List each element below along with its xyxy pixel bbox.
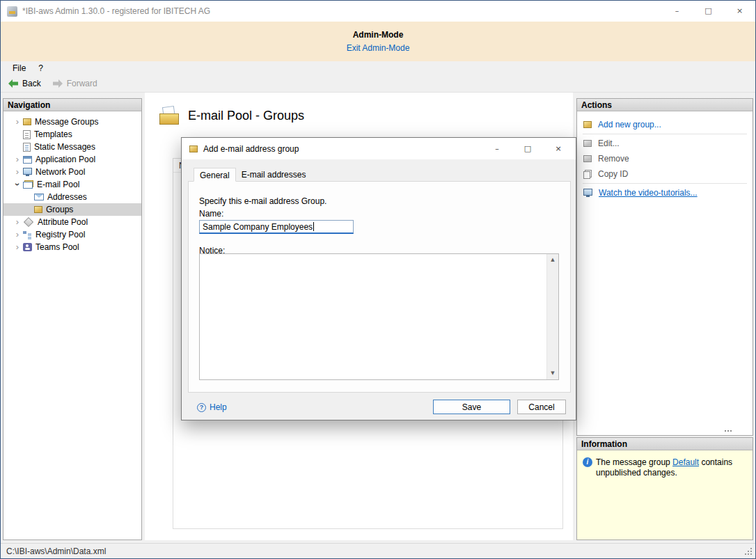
sidebar-item-label: Templates <box>34 129 72 139</box>
dialog-description: Specify this e-mail address Group. <box>199 196 326 206</box>
chevron-down-icon[interactable]: › <box>13 179 22 190</box>
action-label: Copy ID <box>598 169 628 179</box>
dialog-minimize-button[interactable]: – <box>482 138 512 159</box>
sidebar-item-label: Message Groups <box>35 117 98 127</box>
navigation-panel-header: Navigation <box>3 99 141 111</box>
scroll-up-button[interactable]: ▲ <box>547 254 558 266</box>
sidebar-item-label: Registry Pool <box>36 230 85 239</box>
sidebar-item-label: Teams Pool <box>36 242 79 252</box>
sidebar-item-groups[interactable]: Groups <box>3 203 141 216</box>
cancel-button[interactable]: Cancel <box>517 400 566 414</box>
sidebar-item-label: E-mail Pool <box>37 180 79 189</box>
add-group-icon <box>583 121 592 128</box>
default-group-link[interactable]: Default <box>672 457 699 467</box>
information-body: i The message group Default contains unp… <box>577 450 753 485</box>
sidebar-item-label: Attribute Pool <box>38 217 88 227</box>
sidebar-item-label: Application Pool <box>36 155 95 164</box>
sidebar-item-label: Static Messages <box>34 142 95 152</box>
add-email-group-dialog: Add e-mail address group – □ × General E… <box>181 137 576 420</box>
app-window: *IBI-aws Admin 1.30.0 - registered for I… <box>0 0 756 559</box>
addresses-icon <box>34 194 44 200</box>
window-titlebar: *IBI-aws Admin 1.30.0 - registered for I… <box>1 1 755 22</box>
back-button[interactable]: Back <box>8 79 41 88</box>
page-title: E-mail Pool - Groups <box>188 109 304 123</box>
status-file-path: C:\IBI-aws\Admin\Data.xml <box>6 546 106 556</box>
forward-button[interactable]: Forward <box>52 79 97 88</box>
dialog-title: Add e-mail address group <box>203 144 299 154</box>
sidebar-item-email-pool[interactable]: › E-mail Pool <box>3 178 141 191</box>
window-title: *IBI-aws Admin 1.30.0 - registered for I… <box>22 6 210 16</box>
actions-panel-header: Actions <box>577 99 753 111</box>
navigation-panel: Navigation › Message Groups Templates St… <box>3 98 142 540</box>
dialog-icon <box>189 145 198 152</box>
splitter-grip[interactable] <box>725 430 734 432</box>
email-pool-icon <box>23 180 33 189</box>
copy-icon <box>583 170 592 179</box>
notice-textarea[interactable]: ▲ ▼ <box>199 253 559 380</box>
forward-arrow-icon <box>52 79 63 88</box>
separator <box>583 183 747 184</box>
chevron-right-icon[interactable]: › <box>12 230 23 239</box>
dialog-window-controls: – □ × <box>482 138 574 159</box>
sidebar-item-attribute-pool[interactable]: › Attribute Pool <box>3 216 141 228</box>
group-name-value: Sample Company Employees <box>203 222 313 232</box>
minimize-button[interactable]: – <box>661 1 693 22</box>
sidebar-item-label: Network Pool <box>36 167 85 177</box>
action-label: Add new group... <box>598 120 661 129</box>
sidebar-item-registry-pool[interactable]: › Registry Pool <box>3 228 141 241</box>
separator <box>583 134 747 134</box>
scroll-down-button[interactable]: ▼ <box>547 368 558 379</box>
tab-general[interactable]: General <box>194 168 236 182</box>
maximize-button[interactable]: □ <box>693 1 724 22</box>
sidebar-item-label: Groups <box>46 205 73 214</box>
remove-icon <box>583 155 592 162</box>
save-button[interactable]: Save <box>433 400 510 414</box>
sidebar-item-addresses[interactable]: Addresses <box>3 191 141 203</box>
menu-bar: File ? <box>1 61 755 75</box>
info-icon: i <box>583 457 592 467</box>
sidebar-item-label: Addresses <box>47 192 87 202</box>
menu-help[interactable]: ? <box>32 62 49 74</box>
forward-label: Forward <box>67 79 97 88</box>
info-message: The message group Default contains unpub… <box>596 457 747 478</box>
chevron-right-icon[interactable]: › <box>12 117 23 127</box>
help-link[interactable]: ? Help <box>197 402 227 412</box>
action-label: Remove <box>598 154 629 164</box>
sidebar-item-teams-pool[interactable]: › Teams Pool <box>3 241 141 253</box>
chevron-right-icon[interactable]: › <box>12 167 23 177</box>
page-title-row: E-mail Pool - Groups <box>159 107 304 125</box>
chevron-right-icon[interactable]: › <box>12 242 23 252</box>
sidebar-item-static-messages[interactable]: Static Messages <box>3 141 141 153</box>
video-tutorials-icon <box>583 189 592 196</box>
tab-page-general: Specify this e-mail address Group. Name:… <box>188 181 571 393</box>
action-copy-id[interactable]: Copy ID <box>577 166 753 182</box>
action-watch-tutorials[interactable]: Watch the video-tutorials... <box>577 185 753 200</box>
action-edit[interactable]: Edit... <box>577 136 753 151</box>
resize-grip[interactable] <box>744 547 753 556</box>
attribute-pool-icon <box>24 217 33 227</box>
action-label: Edit... <box>598 139 620 148</box>
close-button[interactable]: × <box>724 1 755 22</box>
sidebar-item-application-pool[interactable]: › Application Pool <box>3 153 141 166</box>
navigation-toolbar: Back Forward <box>1 75 755 93</box>
dialog-close-button[interactable]: × <box>543 138 574 159</box>
menu-file[interactable]: File <box>6 62 32 74</box>
edit-icon <box>583 140 592 147</box>
actions-list: Add new group... Edit... Remove Copy ID … <box>577 111 753 200</box>
chevron-right-icon[interactable]: › <box>12 217 23 227</box>
chevron-right-icon[interactable]: › <box>12 155 23 164</box>
information-panel: Information i The message group Default … <box>576 437 753 540</box>
group-name-input[interactable]: Sample Company Employees <box>199 220 354 234</box>
static-messages-icon <box>23 143 31 152</box>
vertical-scrollbar[interactable]: ▲ ▼ <box>546 254 558 379</box>
dialog-maximize-button[interactable]: □ <box>512 138 543 159</box>
action-remove[interactable]: Remove <box>577 151 753 166</box>
action-add-new-group[interactable]: Add new group... <box>577 117 753 132</box>
admin-mode-banner: Admin-Mode Exit Admin-Mode <box>1 22 755 61</box>
name-label: Name: <box>199 209 223 219</box>
sidebar-item-message-groups[interactable]: › Message Groups <box>3 116 141 128</box>
tab-email-addresses[interactable]: E-mail addresses <box>236 168 312 182</box>
sidebar-item-templates[interactable]: Templates <box>3 128 141 141</box>
exit-admin-mode-link[interactable]: Exit Admin-Mode <box>347 43 410 53</box>
sidebar-item-network-pool[interactable]: › Network Pool <box>3 166 141 178</box>
